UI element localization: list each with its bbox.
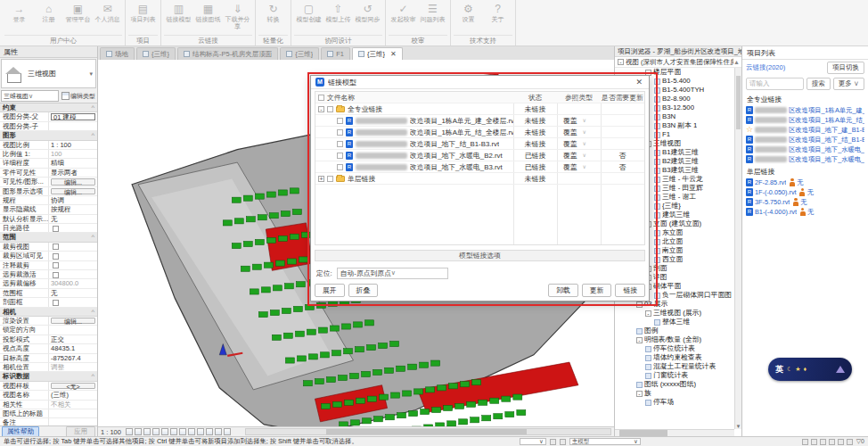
link-button[interactable]: 链接 bbox=[615, 284, 645, 297]
view-tab-1[interactable]: 场地 bbox=[100, 47, 135, 60]
reference-type-select[interactable]: 覆盖∨ bbox=[557, 161, 601, 173]
property-value[interactable]: -875267.4 bbox=[49, 354, 97, 362]
property-value[interactable] bbox=[49, 252, 97, 260]
property-edit-button[interactable]: <无> bbox=[51, 383, 95, 389]
collapse-icon[interactable]: - bbox=[318, 106, 324, 112]
select-pinned-icon[interactable] bbox=[820, 439, 826, 445]
tree-item[interactable]: 墙体约束检查表 bbox=[645, 353, 702, 362]
link-group-row[interactable]: -全专业链接未链接 bbox=[315, 103, 644, 115]
checkbox[interactable] bbox=[53, 244, 59, 250]
checkbox[interactable] bbox=[327, 106, 333, 112]
tree-item[interactable]: B2-8.900 bbox=[654, 95, 691, 103]
tree-item[interactable]: B1-5.400TYH bbox=[654, 86, 704, 95]
unload-button[interactable]: 卸载 bbox=[548, 284, 578, 297]
project-list-item[interactable]: R区改造项目_地下_水暖电_B2.r bbox=[742, 145, 868, 154]
tree-item[interactable]: 图例 bbox=[636, 326, 659, 335]
checkbox[interactable] bbox=[337, 153, 343, 159]
property-value[interactable] bbox=[49, 122, 97, 130]
ribbon-button-admin-platform[interactable]: ▣管理平台 bbox=[63, 1, 93, 23]
tree-item[interactable]: 停车场 bbox=[645, 398, 674, 407]
ribbon-button-model-create[interactable]: ▢模型创建 bbox=[294, 1, 323, 23]
link-file-row[interactable]: R改造项目_地下_水暖电_B2.rvt已链接覆盖∨否 bbox=[315, 150, 644, 161]
scroll-up-icon[interactable]: ▲ bbox=[733, 57, 740, 68]
project-list-item[interactable]: R区改造项目_1栋A单元_结_全楼 bbox=[742, 115, 868, 125]
analytical-model-icon[interactable] bbox=[224, 428, 231, 435]
favorite-star-icon[interactable]: ☆ bbox=[746, 126, 753, 134]
close-icon[interactable]: ✕ bbox=[634, 78, 644, 87]
design-option-select[interactable]: ∨ bbox=[520, 438, 546, 445]
tree-item[interactable]: -明细表/数量 (全部) bbox=[636, 335, 701, 344]
property-section-header[interactable]: 约束^ bbox=[0, 103, 97, 112]
tree-item[interactable]: B3建筑三维 bbox=[654, 166, 699, 175]
property-value[interactable] bbox=[49, 261, 97, 269]
property-value[interactable]: 精细 bbox=[49, 159, 97, 167]
checkbox[interactable] bbox=[53, 300, 59, 306]
tree-item[interactable]: -立面 (建筑立面) bbox=[645, 219, 701, 228]
reveal-hidden-icon[interactable] bbox=[206, 428, 213, 435]
ime-toolbar[interactable]: 英 ☾★♦ bbox=[768, 358, 852, 381]
tree-item[interactable]: -族 bbox=[636, 389, 651, 398]
property-value[interactable] bbox=[49, 298, 97, 306]
temporary-view-icon[interactable] bbox=[215, 428, 222, 435]
ribbon-button-settings[interactable]: ⚙设置 bbox=[454, 1, 483, 23]
visual-style-icon[interactable] bbox=[143, 428, 151, 435]
tree-item[interactable]: -三维视图 (展示) bbox=[645, 309, 701, 318]
select-links-icon[interactable] bbox=[802, 439, 808, 445]
checkbox[interactable] bbox=[337, 118, 343, 124]
ime-language-mode[interactable]: 英 bbox=[775, 364, 783, 376]
tree-item[interactable]: -砌体平面 bbox=[645, 282, 681, 291]
expand-icon[interactable]: - bbox=[636, 391, 643, 397]
editable-only-icon[interactable] bbox=[550, 439, 556, 445]
reference-type-select[interactable]: 覆盖∨ bbox=[557, 138, 601, 150]
ribbon-button-messages[interactable]: ✉个人消息 bbox=[93, 1, 122, 23]
property-value[interactable]: 协调 bbox=[49, 196, 97, 204]
property-section-header[interactable]: 相机^ bbox=[0, 308, 97, 317]
expand-icon[interactable]: - bbox=[645, 310, 651, 317]
project-list-item[interactable]: R区改造项目_地下_结_B1-B3.rv bbox=[742, 135, 868, 145]
reference-type-select[interactable]: 覆盖∨ bbox=[557, 115, 601, 127]
project-list-item[interactable]: RB1-(-4.000).rvt无 bbox=[742, 207, 868, 217]
property-value[interactable]: 显示两者 bbox=[49, 169, 97, 177]
ribbon-button-start-review[interactable]: ✓发起校审 bbox=[389, 1, 418, 23]
property-edit-button[interactable]: 编辑... bbox=[51, 178, 95, 185]
sun-path-icon[interactable] bbox=[152, 428, 160, 435]
property-value[interactable] bbox=[49, 326, 97, 334]
reference-type-select[interactable]: 覆盖∨ bbox=[557, 150, 601, 161]
view-tab-3[interactable]: 结构标高-P5-机房夹层顶面 bbox=[177, 47, 278, 60]
more-button[interactable]: 更多 ∨ bbox=[833, 78, 864, 90]
tree-item[interactable]: -三维视图 bbox=[645, 139, 681, 148]
tree-item[interactable]: 北立面 bbox=[654, 237, 683, 246]
project-list-item[interactable]: R区改造项目_地下_水暖电_B3.r bbox=[742, 154, 868, 164]
tree-item[interactable]: -楼层平面 bbox=[645, 68, 681, 77]
property-value[interactable] bbox=[49, 243, 97, 251]
tree-item[interactable]: 门窗统计表 bbox=[645, 371, 688, 380]
tree-item[interactable]: 东立面 bbox=[654, 228, 683, 237]
render-icon[interactable] bbox=[170, 428, 177, 435]
expand-button[interactable]: 展开 bbox=[315, 284, 345, 297]
project-list-item[interactable]: R区改造项目_1栋A单元_建_全楼 bbox=[742, 105, 868, 115]
properties-help-button[interactable]: 属性帮助 bbox=[2, 426, 39, 437]
exclude-options-icon[interactable] bbox=[560, 439, 566, 445]
tree-item[interactable]: 图纸 (xxxxx图纸) bbox=[636, 380, 696, 389]
property-section-header[interactable]: 范围^ bbox=[0, 233, 97, 242]
project-list-item[interactable]: R3F-5.750.rvt无 bbox=[742, 197, 868, 207]
view-tab-4[interactable]: {三维} bbox=[280, 47, 319, 60]
view-tab-2[interactable]: {三维} bbox=[136, 47, 176, 60]
collapse-icon[interactable]: - bbox=[618, 59, 624, 65]
tree-item[interactable]: B2建筑三维 bbox=[654, 157, 699, 166]
horizontal-scrollbar[interactable] bbox=[615, 429, 734, 436]
ribbon-button-link-sheets[interactable]: ▦链接图纸 bbox=[193, 1, 223, 23]
ribbon-button-model-upload[interactable]: ⇧模型上传 bbox=[323, 1, 353, 23]
checkbox[interactable] bbox=[53, 272, 59, 278]
apply-button[interactable]: 应用 bbox=[66, 426, 95, 437]
tree-item[interactable]: 建筑三维 bbox=[654, 211, 690, 219]
link-file-row[interactable]: R改造项目_地下_结_B1-B3.rvt未链接覆盖∨ bbox=[315, 138, 644, 150]
close-icon[interactable]: ✕ bbox=[390, 50, 397, 58]
search-button[interactable]: 搜索 bbox=[807, 78, 831, 90]
property-edit-button[interactable]: 编辑... bbox=[51, 318, 95, 324]
checkbox[interactable] bbox=[53, 253, 59, 260]
property-value[interactable]: 无 bbox=[49, 289, 97, 297]
property-value[interactable] bbox=[49, 409, 97, 417]
project-list-item[interactable]: R2F-2.85.rvt无 bbox=[742, 178, 868, 187]
edit-type-button[interactable]: 编辑类型 bbox=[61, 90, 96, 102]
